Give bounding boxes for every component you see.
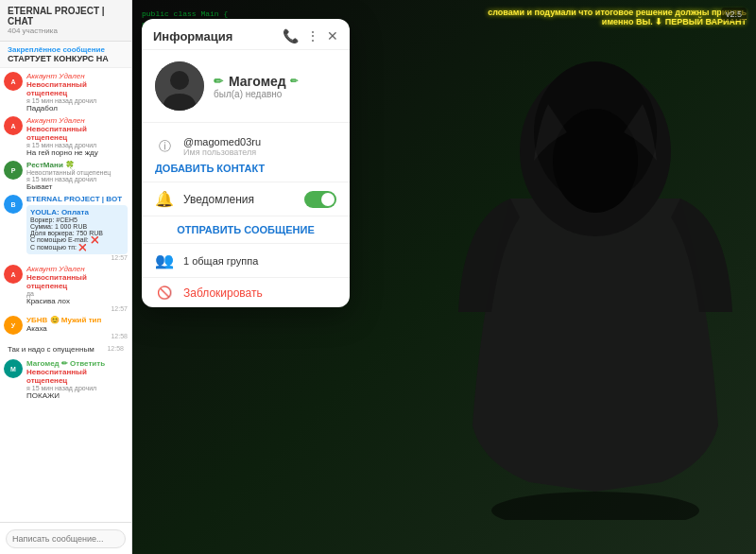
notifications-left: 🔔 Уведомления (155, 190, 254, 208)
groups-icon: 👥 (155, 251, 174, 269)
avatar-image (155, 61, 204, 111)
username-content: @magomed03ru Имя пользователя (183, 136, 261, 157)
svg-point-5 (170, 71, 189, 90)
meta: да (26, 290, 128, 297)
panel-icons: 📞 ⋮ ✕ (283, 28, 338, 43)
edit-icon[interactable]: ✏ (290, 76, 298, 86)
reply-username: Магомед ✏ Ответить (26, 359, 128, 368)
panel-title: Информация (153, 29, 232, 43)
plain-msg: Так и надо с опущенным 12:58 (4, 343, 128, 355)
close-icon[interactable]: ✕ (327, 28, 338, 43)
pinned-label: Закреплённое сообщение (8, 45, 124, 54)
timestamp: 12:58 (111, 333, 128, 339)
profile-info: ✏ Магомед ✏ был(а) недавно (142, 50, 350, 123)
username: РестМани 🍀 (26, 161, 128, 169)
avatar: М (4, 359, 23, 378)
sidebar-header: ETERNAL PROJECT | CHAT 404 участника (0, 0, 131, 42)
notifications-label: Уведомления (183, 193, 254, 206)
groups-count: 1 общая группа (183, 255, 258, 267)
message-input[interactable] (6, 529, 126, 548)
bot-line: Сумма: 1 000 RUB (30, 223, 124, 230)
chat-item: А Аккаунт Удален Невоспитанный отщепенец… (4, 72, 128, 113)
bot-line: С помощью E-mail: ❌ (30, 236, 124, 244)
username: Невоспитанный отщепенец (26, 80, 128, 97)
chat-item: Р РестМани 🍀 Невоспитанный отщепенец я 1… (4, 161, 128, 191)
top-banner: словами и подумали что итоговое решение … (463, 8, 747, 26)
pinned-message[interactable]: Закреплённое сообщение СТАРТУЕТ КОНКУРС … (0, 42, 131, 68)
timestamp: 12:57 (111, 305, 128, 312)
avatar: А (4, 116, 23, 135)
username: УБНВ 😊 Мужий тип (26, 316, 128, 324)
profile-panel: Информация 📞 ⋮ ✕ ✏ Магомед (142, 19, 350, 307)
msg-text: Акаха (26, 324, 128, 333)
add-contact-button[interactable]: ДОБАВИТЬ КОНТАКТ (155, 163, 336, 174)
info-icon: ⓘ (155, 138, 174, 155)
sidebar: ETERNAL PROJECT | CHAT 404 участника Зак… (0, 0, 132, 554)
meta: я 15 мин назад дрочил (26, 97, 128, 104)
chat-item: Так и надо с опущенным 12:58 (4, 343, 128, 355)
bot-line: Воркер: #СЕН5 (30, 216, 124, 223)
profile-avatar (155, 61, 204, 111)
chat-item: У УБНВ 😊 Мужий тип Акаха 12:58 (4, 316, 128, 339)
profile-name: ✏ Магомед ✏ (214, 74, 298, 89)
bot-line: С помощью тп: ❌ (30, 244, 124, 251)
avatar: А (4, 72, 23, 91)
bot-username: ETERNAL PROJECT | BOT (26, 195, 128, 203)
version-badge: v2.5 (721, 8, 747, 21)
username-label: Имя пользователя (183, 147, 261, 157)
msg-text: ПОКАЖИ (26, 391, 128, 400)
sidebar-subtitle: 404 участника (8, 26, 124, 35)
send-message-button[interactable]: ОТПРАВИТЬ СООБЩЕНИЕ (142, 216, 350, 244)
panel-header: Информация 📞 ⋮ ✕ (142, 19, 350, 50)
msg-text: Падабол (26, 104, 128, 113)
timestamp: 12:58 (107, 345, 124, 352)
msg-text: Бывает (26, 182, 128, 191)
msg-text: На гей порно не жду (26, 148, 128, 157)
bell-icon: 🔔 (155, 190, 174, 208)
meta: я 15 мин назад дрочил (26, 385, 128, 391)
msg-text: Красива лох (26, 297, 128, 305)
deleted-label: Аккаунт Удален (26, 265, 128, 273)
username: Невоспитанный отщепенец (26, 125, 128, 142)
bot-badge: YOULA: Оплата (30, 208, 124, 216)
meta: я 15 мин назад дрочил (26, 142, 128, 148)
avatar: У (4, 316, 23, 335)
bot-line: Доля воркера: 750 RUB (30, 230, 124, 236)
phone-icon[interactable]: 📞 (283, 28, 299, 43)
username: Невоспитанный отщепенец (26, 368, 128, 385)
groups-row: 👥 1 общая группа (142, 244, 350, 278)
more-icon[interactable]: ⋮ (306, 28, 319, 43)
bottom-input-area (0, 522, 131, 554)
chat-item-bot: B ETERNAL PROJECT | BOT YOULA: Оплата Во… (4, 195, 128, 261)
notifications-row: 🔔 Уведомления (142, 182, 350, 216)
sidebar-title: ETERNAL PROJECT | CHAT (8, 6, 124, 26)
block-row: 🚫 Заблокировать (142, 278, 350, 307)
block-icon: 🚫 (155, 286, 174, 300)
main-chat-area: public class Main { public static void m… (132, 0, 756, 554)
deleted-label: Аккаунт Удален (26, 72, 128, 80)
meta2: я 15 мин назад дрочил (26, 176, 128, 182)
pinned-text: СТАРТУЕТ КОНКУРС НА (8, 54, 124, 63)
deleted-label: Аккаунт Удален (26, 116, 128, 125)
username-section: ⓘ @magomed03ru Имя пользователя ДОБАВИТЬ… (142, 123, 350, 182)
edit-indicator: ✏ (214, 75, 223, 88)
timestamp: 12:57 (111, 254, 128, 261)
avatar: А (4, 265, 23, 284)
meta: Невоспитанный отщепенец (26, 169, 128, 176)
block-button[interactable]: Заблокировать (183, 286, 263, 300)
chat-item-reply: М Магомед ✏ Ответить Невоспитанный отщеп… (4, 359, 128, 400)
username: Невоспитанный отщепенец (26, 273, 128, 290)
profile-status: был(а) недавно (214, 89, 298, 99)
chat-messages-list: А Аккаунт Удален Невоспитанный отщепенец… (0, 68, 131, 522)
avatar: B (4, 195, 23, 214)
chat-item: А Аккаунт Удален Невоспитанный отщепенец… (4, 116, 128, 157)
username-value: @magomed03ru (183, 136, 261, 147)
chat-item: А Аккаунт Удален Невоспитанный отщепенец… (4, 265, 128, 312)
notifications-toggle[interactable] (304, 191, 336, 208)
profile-details: ✏ Магомед ✏ был(а) недавно (214, 74, 298, 99)
username-row: ⓘ @magomed03ru Имя пользователя (155, 130, 336, 163)
avatar: Р (4, 161, 23, 180)
